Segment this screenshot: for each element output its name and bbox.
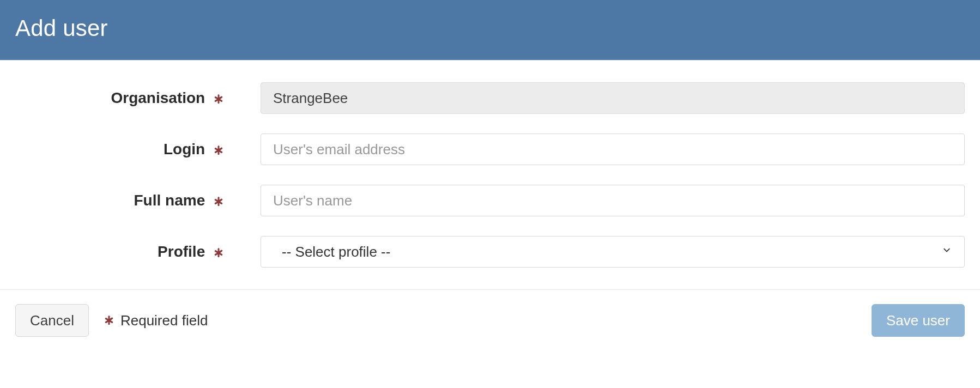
required-icon (103, 314, 115, 326)
profile-select[interactable]: -- Select profile -- (261, 236, 965, 268)
login-row: Login (0, 134, 980, 165)
login-input[interactable] (261, 134, 965, 165)
save-user-button-label: Save user (886, 312, 950, 329)
cancel-button[interactable]: Cancel (15, 304, 89, 337)
full-name-control (229, 185, 980, 216)
organisation-value: StrangeBee (273, 90, 348, 107)
profile-row: Profile -- Select profile -- (0, 236, 980, 268)
required-icon (213, 196, 225, 208)
required-icon (213, 144, 225, 156)
required-icon (213, 247, 225, 259)
full-name-label: Full name (0, 193, 229, 208)
save-user-button[interactable]: Save user (872, 304, 965, 337)
required-legend-text: Required field (120, 312, 208, 329)
full-name-input[interactable] (261, 185, 965, 216)
dialog-title: Add user (15, 15, 965, 41)
dialog-header: Add user (0, 0, 980, 60)
full-name-label-text: Full name (134, 192, 205, 209)
login-label-text: Login (164, 141, 205, 157)
organisation-control: StrangeBee (229, 82, 980, 114)
full-name-row: Full name (0, 185, 980, 216)
cancel-button-label: Cancel (30, 312, 74, 329)
add-user-form: Organisation StrangeBee Login Full name … (0, 60, 980, 289)
profile-control: -- Select profile -- (229, 236, 980, 268)
required-icon (213, 93, 225, 105)
login-label: Login (0, 142, 229, 157)
organisation-row: Organisation StrangeBee (0, 82, 980, 114)
organisation-field: StrangeBee (261, 82, 965, 114)
organisation-label: Organisation (0, 90, 229, 106)
profile-label-text: Profile (158, 243, 205, 260)
required-legend: Required field (103, 312, 208, 329)
dialog-footer: Cancel Required field Save user (0, 289, 980, 351)
organisation-label-text: Organisation (111, 89, 205, 106)
login-control (229, 134, 980, 165)
profile-label: Profile (0, 244, 229, 259)
